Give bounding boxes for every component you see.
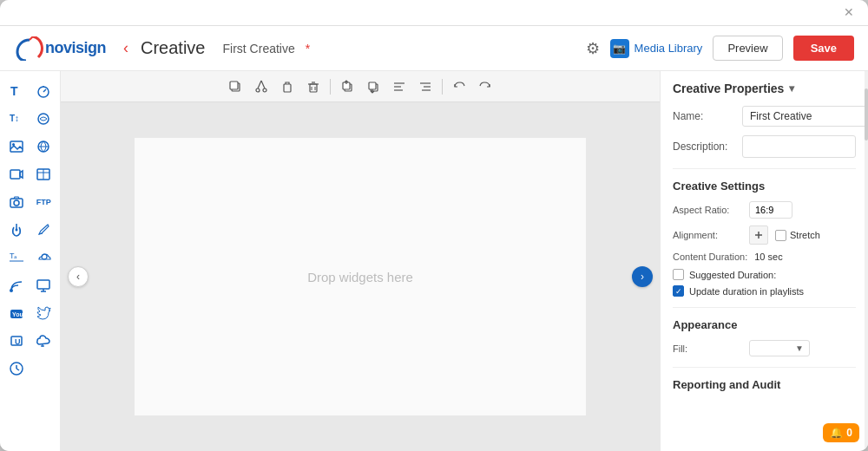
preview-button[interactable]: Preview xyxy=(713,36,782,61)
update-duration-checkbox[interactable]: ✓ xyxy=(673,285,684,297)
svg-rect-22 xyxy=(37,280,49,289)
canvas-toolbar xyxy=(61,71,660,102)
app-window: ✕ novisign ‹ Creative First Creative* ⚙ … xyxy=(0,0,868,451)
svg-point-16 xyxy=(15,229,17,232)
svg-rect-35 xyxy=(230,82,238,89)
clock-tool[interactable] xyxy=(3,356,30,382)
svg-point-7 xyxy=(12,143,15,146)
svg-point-36 xyxy=(256,88,260,92)
delete-button[interactable] xyxy=(302,75,325,98)
fill-dropdown[interactable]: ▼ xyxy=(749,340,810,356)
send-back-button[interactable] xyxy=(362,75,385,98)
svg-line-3 xyxy=(43,89,46,92)
fill-label: Fill: xyxy=(673,343,742,354)
suggested-duration-row: Suggested Duration: xyxy=(673,269,856,280)
aspect-ratio-row: Aspect Ratio: xyxy=(673,201,856,219)
svg-rect-49 xyxy=(369,82,376,89)
suggested-duration-label: Suggested Duration: xyxy=(689,270,776,280)
social-feed-tool[interactable] xyxy=(31,106,57,132)
timer-tool[interactable] xyxy=(31,78,57,104)
unsaved-indicator: * xyxy=(306,42,310,56)
svg-point-37 xyxy=(263,88,266,92)
content-duration-row: Content Duration: 10 sec xyxy=(673,252,856,262)
label-tool[interactable]: U xyxy=(3,328,30,354)
aspect-ratio-input[interactable] xyxy=(749,201,792,219)
canvas-drop-zone[interactable]: Drop widgets here xyxy=(135,138,586,415)
weather-tool[interactable] xyxy=(31,245,57,271)
ticker-tool[interactable]: Tₐ xyxy=(3,245,30,271)
right-panel: Creative Properties ▾ Name: Description:… xyxy=(660,71,868,451)
description-label: Description: xyxy=(673,141,735,153)
svg-rect-40 xyxy=(284,84,291,92)
text-tool[interactable]: T xyxy=(3,78,30,104)
page-title: Creative xyxy=(141,38,205,58)
touch-tool[interactable] xyxy=(3,217,30,243)
stretch-checkbox[interactable] xyxy=(775,230,786,241)
svg-point-15 xyxy=(14,200,19,206)
notification-badge[interactable]: 🔔 0 xyxy=(823,423,859,442)
creative-settings-title: Creative Settings xyxy=(673,180,856,193)
left-toolbar: T T↕ xyxy=(0,71,61,451)
twitter-tool[interactable] xyxy=(31,300,57,326)
media-library-button[interactable]: 📷 Media Library xyxy=(610,39,703,58)
draw-tool[interactable] xyxy=(31,217,57,243)
back-button[interactable]: ‹ xyxy=(123,39,128,57)
image-tool[interactable] xyxy=(3,134,30,160)
scroll-thumb xyxy=(865,88,868,141)
monitor-tool[interactable] xyxy=(31,272,57,298)
text-scroll-tool[interactable]: T↕ xyxy=(3,106,30,132)
stretch-label: Stretch xyxy=(790,230,820,240)
camera-icon: 📷 xyxy=(610,39,629,58)
aspect-ratio-label: Aspect Ratio: xyxy=(673,205,742,215)
svg-text:U: U xyxy=(15,337,21,346)
properties-chevron[interactable]: ▾ xyxy=(789,82,794,95)
svg-text:T: T xyxy=(10,84,18,98)
appearance-title: Appearance xyxy=(673,318,856,331)
bring-forward-button[interactable] xyxy=(336,75,358,98)
stretch-row: Stretch xyxy=(775,230,820,241)
video-tool[interactable] xyxy=(3,161,30,187)
rss-tool[interactable] xyxy=(3,272,30,298)
creative-properties-title: Creative Properties ▾ xyxy=(673,82,856,95)
settings-icon[interactable]: ⚙ xyxy=(586,39,600,58)
align-left-button[interactable] xyxy=(388,75,411,98)
save-button[interactable]: Save xyxy=(793,36,854,61)
reporting-title: Reporting and Audit xyxy=(673,378,856,391)
canvas-nav-right[interactable]: › xyxy=(632,266,653,287)
svg-line-38 xyxy=(258,81,261,88)
drop-text: Drop widgets here xyxy=(307,270,413,284)
logo-text: novisign xyxy=(45,39,106,57)
update-duration-row: ✓ Update duration in playlists xyxy=(673,285,856,297)
name-input[interactable] xyxy=(742,106,868,127)
svg-text:You: You xyxy=(12,311,23,317)
paste-button[interactable] xyxy=(276,75,299,98)
svg-line-33 xyxy=(16,369,19,370)
logo: novisign xyxy=(14,36,106,61)
redo-button[interactable] xyxy=(474,75,496,98)
svg-rect-41 xyxy=(310,84,317,92)
canvas-nav-left[interactable]: ‹ xyxy=(68,266,89,287)
camera-tool[interactable] xyxy=(3,189,30,215)
svg-text:Tₐ: Tₐ xyxy=(10,252,18,260)
divider-2 xyxy=(673,307,856,308)
youtube-tool[interactable]: You xyxy=(3,300,30,326)
suggested-duration-checkbox[interactable] xyxy=(673,269,684,280)
breadcrumb: First Creative xyxy=(223,42,295,56)
notif-count: 0 xyxy=(846,427,852,439)
web-tool[interactable] xyxy=(31,134,57,160)
align-right-button[interactable] xyxy=(414,75,437,98)
name-row: Name: xyxy=(673,106,856,127)
close-button[interactable]: ✕ xyxy=(844,6,858,20)
alignment-button[interactable] xyxy=(749,226,768,245)
copy-button[interactable] xyxy=(224,75,247,98)
main-area: T T↕ xyxy=(0,71,868,451)
cloud-icon-tool[interactable] xyxy=(31,328,57,354)
data-tool[interactable] xyxy=(31,161,57,187)
cut-button[interactable] xyxy=(250,75,273,98)
undo-button[interactable] xyxy=(448,75,470,98)
ftp-tool[interactable]: FTP xyxy=(31,189,57,215)
right-panel-scroll: Creative Properties ▾ Name: Description:… xyxy=(661,71,868,451)
description-row: Description: xyxy=(673,135,856,158)
header-actions: ⚙ 📷 Media Library Preview Save xyxy=(586,36,854,61)
description-input[interactable] xyxy=(742,135,856,158)
